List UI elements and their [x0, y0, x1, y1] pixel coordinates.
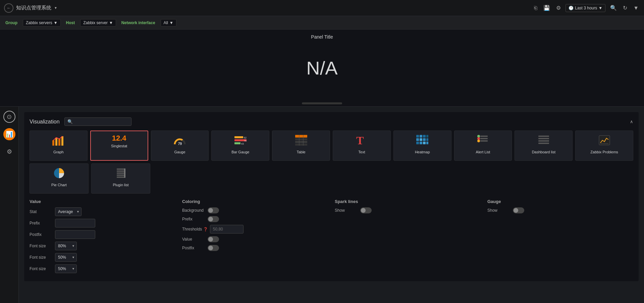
viz-item-graph[interactable]: Graph — [30, 131, 88, 161]
table-icon — [294, 134, 308, 148]
app-title-dropdown-icon[interactable]: ▼ — [54, 6, 57, 10]
svg-rect-24 — [423, 138, 426, 141]
fontsize3-select[interactable]: 50% 80% 100% — [55, 264, 77, 273]
fontsize2-select-wrapper[interactable]: 50% 80% 100% — [55, 253, 77, 262]
viz-item-heatmap[interactable]: Heatmap — [393, 131, 451, 161]
viz-item-zabbixproblems-label: Zabbix Problems — [590, 150, 618, 154]
thresholds-label: Thresholds ❓ — [182, 227, 208, 232]
svg-rect-46 — [117, 174, 125, 176]
fontsize1-select-wrapper[interactable]: 80% 50% 100% 120% — [55, 242, 77, 250]
prefix-input[interactable] — [55, 219, 95, 228]
svg-rect-44 — [117, 170, 125, 172]
postfix-color-toggle[interactable] — [208, 245, 219, 251]
panel-scrollbar[interactable] — [302, 102, 342, 104]
sidebar-item-settings[interactable]: ⚙ — [3, 146, 15, 158]
svg-point-33 — [477, 135, 480, 138]
svg-rect-22 — [416, 138, 419, 141]
gear-icon: ⚙ — [7, 148, 12, 155]
viz-item-dashboardlist[interactable]: Dashboard list — [515, 131, 573, 161]
stat-select[interactable]: Average Min Max Sum Count Last — [55, 207, 82, 216]
value-color-toggle[interactable] — [208, 236, 219, 242]
svg-rect-13 — [295, 141, 307, 143]
viz-item-table[interactable]: Table — [272, 131, 330, 161]
gauge-show-label: Show — [487, 208, 511, 213]
fontsize1-select[interactable]: 80% 50% 100% 120% — [55, 242, 77, 250]
svg-rect-1 — [55, 138, 57, 146]
pluginlist-icon — [114, 167, 127, 181]
fontsize2-select[interactable]: 50% 80% 100% — [55, 253, 77, 262]
prefix-field: Prefix — [30, 219, 175, 228]
back-icon: ← — [7, 5, 11, 10]
sparklines-show-label: Show — [335, 208, 358, 213]
stat-select-wrapper[interactable]: Average Min Max Sum Count Last — [55, 207, 82, 216]
viz-item-piechart[interactable]: Pie Chart — [30, 163, 89, 194]
viz-search-input[interactable] — [75, 119, 128, 124]
svg-text:76: 76 — [244, 140, 247, 142]
viz-item-pluginlist[interactable]: Plugin list — [91, 163, 150, 194]
thresholds-input[interactable] — [210, 225, 244, 234]
viz-item-alertlist[interactable]: Alert List — [454, 131, 512, 161]
viz-item-gauge[interactable]: 79 Gauge — [151, 131, 209, 161]
svg-rect-2 — [58, 139, 60, 146]
svg-rect-14 — [295, 144, 307, 146]
refresh-dropdown-icon[interactable]: ▼ — [632, 4, 640, 12]
network-dropdown-arrow: ▼ — [169, 20, 173, 25]
svg-rect-37 — [538, 138, 549, 139]
search-icon[interactable]: 🔍 — [609, 3, 618, 12]
fontsize3-select-wrapper[interactable]: 50% 80% 100% — [55, 264, 77, 273]
network-value: All — [164, 20, 168, 25]
svg-text:43: 43 — [241, 143, 244, 145]
thresholds-field: Thresholds ❓ — [182, 225, 328, 234]
svg-rect-19 — [420, 135, 422, 138]
stat-field: Stat Average Min Max Sum Count Last — [30, 207, 175, 216]
time-picker[interactable]: 🕐 Last 3 hours ▼ — [566, 4, 605, 12]
app-title: 知识点管理系统 — [16, 5, 51, 11]
svg-rect-23 — [420, 138, 422, 141]
svg-rect-36 — [538, 136, 549, 137]
viz-item-text[interactable]: T Text — [333, 131, 391, 161]
svg-rect-9 — [234, 142, 240, 144]
panel-title: Panel Title — [311, 34, 333, 40]
viz-item-singlestat[interactable]: 12.4 Singlestat — [90, 131, 148, 161]
time-picker-label: Last 3 hours — [575, 6, 597, 10]
svg-rect-47 — [117, 176, 125, 178]
group-dropdown-arrow: ▼ — [54, 20, 58, 25]
group-label: Group — [5, 20, 17, 25]
svg-rect-38 — [538, 140, 549, 142]
gauge-show-toggle[interactable] — [513, 207, 524, 213]
fontsize3-label: Font size — [30, 266, 53, 271]
viz-item-bargauge[interactable]: 62 76 43 Bar Gauge — [211, 131, 269, 161]
value-section: Value Stat Average Min Max Sum Count Las… — [30, 199, 175, 276]
refresh-icon[interactable]: ↻ — [622, 3, 629, 12]
sparklines-section: Spark lines Show — [335, 199, 481, 276]
viz-search-box[interactable]: 🔍 — [64, 117, 131, 126]
group-dropdown[interactable]: Zabbix servers ▼ — [23, 19, 61, 27]
postfix-label: Postfix — [30, 232, 53, 237]
value-color-label: Value — [182, 237, 206, 242]
background-field: Background — [182, 207, 328, 213]
left-sidebar: ⊙ 📊 ⚙ — [0, 107, 19, 303]
heatmap-icon — [416, 134, 429, 148]
share-icon[interactable]: ⎗ — [533, 4, 539, 12]
viz-item-zabbixproblems[interactable]: Zabbix Problems — [575, 131, 633, 161]
back-button[interactable]: ← — [4, 3, 13, 13]
svg-rect-45 — [117, 172, 125, 174]
viz-item-singlestat-label: Singlestat — [111, 144, 127, 148]
svg-rect-3 — [61, 136, 63, 146]
visualization-header: Visualization 🔍 ∧ — [30, 117, 633, 126]
settings-icon[interactable]: ⚙ — [555, 3, 562, 12]
viz-item-table-label: Table — [297, 150, 305, 154]
sidebar-item-database[interactable]: ⊙ — [3, 111, 15, 123]
prefix-color-toggle[interactable] — [208, 216, 219, 222]
sparklines-show-toggle[interactable] — [360, 207, 372, 213]
save-icon[interactable]: 💾 — [542, 3, 551, 12]
collapse-button[interactable]: ∧ — [630, 119, 633, 124]
fontsize1-label: Font size — [30, 244, 53, 248]
coloring-section-title: Coloring — [182, 199, 328, 204]
network-dropdown[interactable]: All ▼ — [161, 19, 176, 27]
host-dropdown[interactable]: Zabbix server ▼ — [80, 19, 116, 27]
background-toggle[interactable] — [208, 207, 219, 213]
sidebar-item-visualization[interactable]: 📊 — [3, 128, 15, 140]
postfix-input[interactable] — [55, 230, 95, 239]
svg-rect-0 — [52, 140, 54, 146]
